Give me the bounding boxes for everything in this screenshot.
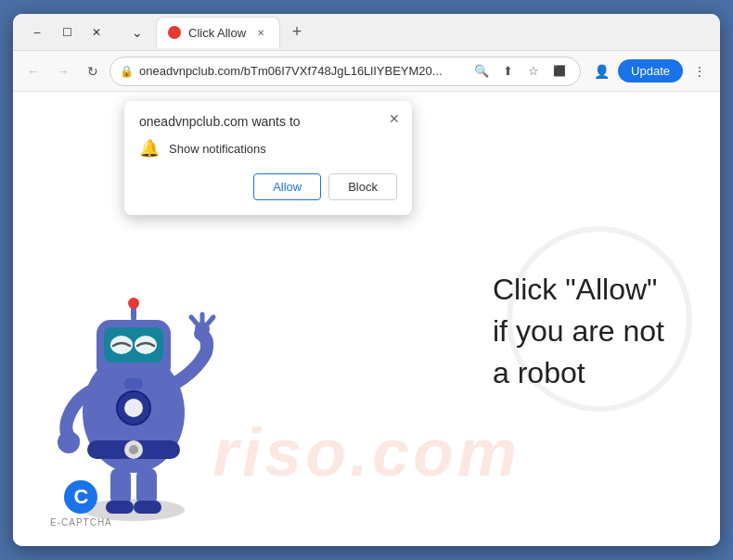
main-text-line3: a robot <box>493 352 664 394</box>
svg-line-17 <box>191 317 197 324</box>
allow-button[interactable]: Allow <box>253 173 321 200</box>
url-icons: 🔍 ⬆ ☆ ⬛ <box>470 60 571 83</box>
maximize-button[interactable]: ☐ <box>52 19 82 45</box>
profile-button[interactable]: 👤 <box>588 58 614 84</box>
captcha-logo: C <box>64 480 97 514</box>
reload-button[interactable]: ↻ <box>80 58 106 84</box>
new-tab-button[interactable]: + <box>284 19 310 45</box>
popup-buttons: Allow Block <box>139 173 397 200</box>
captcha-label: E-CAPTCHA <box>50 517 112 528</box>
svg-point-14 <box>58 431 80 453</box>
tab-title: Click Allow <box>188 26 246 40</box>
main-text: Click "Allow" if you are not a robot <box>493 269 664 393</box>
bookmark-icon[interactable]: ☆ <box>522 60 545 83</box>
svg-point-13 <box>128 298 139 309</box>
tab-favicon <box>168 26 181 39</box>
popup-notification-row: 🔔 Show notifications <box>139 138 397 159</box>
menu-button[interactable]: ⋮ <box>687 58 713 84</box>
forward-button[interactable]: → <box>50 58 76 84</box>
main-text-line1: Click "Allow" <box>493 269 664 311</box>
chevron-down-icon[interactable]: ⌄ <box>122 19 152 45</box>
browser-window: – ☐ ✕ ⌄ Click Allow ✕ + ← → ↻ 🔒 oneadvnp… <box>13 14 720 546</box>
svg-point-6 <box>124 399 143 417</box>
captcha-area: C E-CAPTCHA <box>50 480 112 528</box>
svg-rect-20 <box>136 468 157 505</box>
page-content: oneadvnpclub.com wants to ✕ 🔔 Show notif… <box>13 92 720 546</box>
window-controls: – ☐ ✕ <box>22 19 111 45</box>
update-button[interactable]: Update <box>618 59 683 83</box>
close-button[interactable]: ✕ <box>82 19 111 45</box>
tab-close-icon[interactable]: ✕ <box>253 25 268 40</box>
svg-rect-19 <box>110 468 131 505</box>
popup-title: oneadvnpclub.com wants to <box>139 114 397 129</box>
search-icon[interactable]: 🔍 <box>470 60 493 83</box>
back-button[interactable]: ← <box>20 58 46 84</box>
bell-icon: 🔔 <box>139 138 160 159</box>
svg-point-4 <box>129 445 138 454</box>
block-button[interactable]: Block <box>328 173 397 200</box>
address-bar-right: 👤 Update ⋮ <box>588 58 713 84</box>
notification-popup: oneadvnpclub.com wants to ✕ 🔔 Show notif… <box>124 101 412 215</box>
url-text: oneadvnpclub.com/bTm06I7VXf748JgL16LlIYB… <box>139 64 465 78</box>
url-bar[interactable]: 🔒 oneadvnpclub.com/bTm06I7VXf748JgL16LlI… <box>109 57 581 86</box>
svg-rect-23 <box>124 378 143 389</box>
title-bar: – ☐ ✕ ⌄ Click Allow ✕ + <box>13 14 720 51</box>
popup-notification-text: Show notifications <box>169 142 266 156</box>
address-bar: ← → ↻ 🔒 oneadvnpclub.com/bTm06I7VXf748Jg… <box>13 51 720 92</box>
minimize-button[interactable]: – <box>22 19 52 45</box>
popup-close-button[interactable]: ✕ <box>384 108 405 129</box>
svg-rect-22 <box>134 501 161 514</box>
active-tab[interactable]: Click Allow ✕ <box>156 17 280 48</box>
tab-search-icon[interactable]: ⬛ <box>548 60 571 83</box>
svg-line-18 <box>208 317 213 324</box>
main-text-line2: if you are not <box>493 311 664 352</box>
lock-icon: 🔒 <box>120 65 134 78</box>
share-icon[interactable]: ⬆ <box>496 60 519 83</box>
tab-bar: ⌄ Click Allow ✕ + <box>122 17 703 48</box>
